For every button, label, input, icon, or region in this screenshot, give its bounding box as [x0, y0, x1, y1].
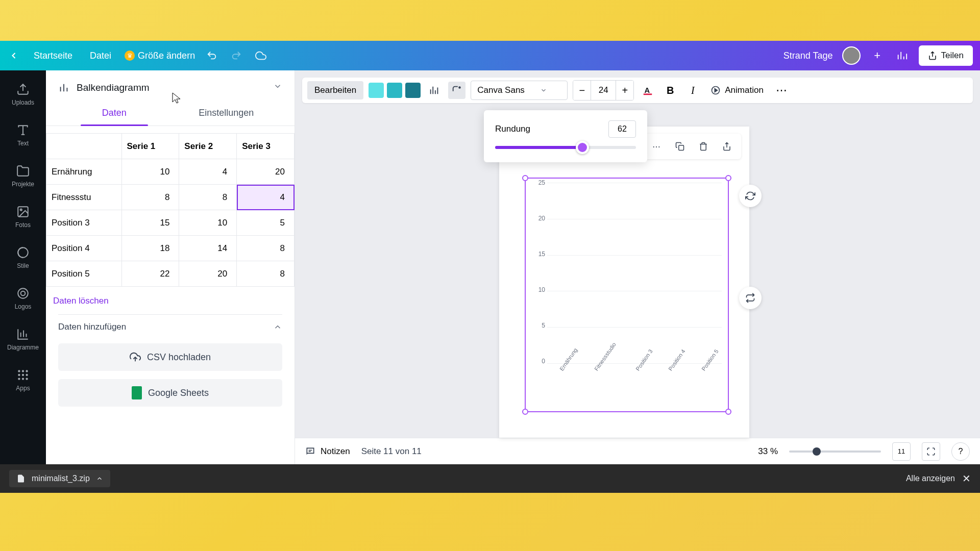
chart-type-dropdown[interactable]: Balkendiagramm — [46, 79, 295, 103]
rail-diagrams[interactable]: Diagramme — [0, 319, 46, 359]
close-download-bar[interactable]: ✕ — [962, 472, 971, 485]
sync-status-icon[interactable] — [253, 48, 268, 63]
resize-handle-se[interactable] — [725, 409, 731, 415]
font-name: Canva Sans — [477, 85, 525, 95]
zoom-value: 33 % — [758, 446, 778, 457]
font-size-input[interactable] — [591, 81, 616, 100]
duplicate-button[interactable] — [670, 136, 690, 157]
row-label-cell[interactable]: Position 3 — [46, 210, 122, 236]
resize-handle-ne[interactable] — [725, 175, 731, 181]
download-item[interactable]: minimalist_3.zip — [9, 470, 110, 487]
table-header[interactable] — [46, 134, 122, 159]
y-tick: 25 — [538, 179, 545, 186]
svg-point-5 — [18, 370, 20, 372]
rail-uploads[interactable]: Uploads — [0, 74, 46, 114]
chevron-down-icon — [540, 87, 547, 94]
left-rail: Uploads Text Projekte Fotos Stile Logos … — [0, 70, 46, 464]
more-options-button[interactable]: ⋯ — [646, 136, 667, 157]
slider-thumb[interactable] — [576, 141, 589, 154]
data-cell[interactable]: 20 — [179, 261, 237, 287]
rounding-input[interactable] — [608, 120, 636, 138]
bars-area — [547, 183, 722, 361]
data-table[interactable]: Serie 1Serie 2Serie 3Ernährung10420Fitne… — [46, 133, 295, 287]
share-button[interactable]: Teilen — [919, 45, 973, 66]
table-header[interactable]: Serie 2 — [179, 134, 237, 159]
animation-button[interactable]: Animation — [706, 82, 768, 99]
color-swatch-2[interactable] — [405, 83, 421, 98]
edit-button[interactable]: Bearbeiten — [307, 81, 363, 99]
delete-button[interactable] — [693, 136, 714, 157]
corner-radius-button[interactable] — [448, 82, 465, 99]
fullscreen-button[interactable] — [922, 442, 940, 461]
data-cell[interactable]: 8 — [237, 261, 295, 287]
rail-projects[interactable]: Projekte — [0, 156, 46, 196]
clear-data-link[interactable]: Daten löschen — [52, 291, 288, 314]
chart-element[interactable]: 0510152025ErnährungFitnessstudioPosition… — [525, 178, 729, 412]
text-color-button[interactable]: A — [639, 82, 656, 99]
data-cell[interactable]: 20 — [237, 159, 295, 185]
add-collaborator-button[interactable]: + — [870, 48, 885, 63]
rail-text[interactable]: Text — [0, 115, 46, 155]
resize-button[interactable]: ♛Größe ändern — [125, 51, 195, 61]
rail-logos[interactable]: Logos — [0, 279, 46, 318]
resize-handle-nw[interactable] — [522, 175, 528, 181]
font-size-decrease[interactable]: − — [573, 81, 591, 100]
tab-settings[interactable]: Einstellungen — [170, 103, 283, 126]
rail-photos[interactable]: Fotos — [0, 197, 46, 237]
data-cell[interactable]: 8 — [121, 185, 179, 210]
help-button[interactable]: ? — [951, 442, 970, 461]
chart-canvas: 0510152025ErnährungFitnessstudioPosition… — [530, 183, 724, 407]
context-toolbar: Bearbeiten Canva Sans − + A B I Animatio… — [302, 78, 973, 103]
file-menu[interactable]: Datei — [86, 47, 115, 64]
insights-button[interactable] — [894, 48, 910, 63]
rail-apps[interactable]: Apps — [0, 360, 46, 400]
spacing-button[interactable] — [426, 82, 443, 99]
document-title[interactable]: Strand Tage — [783, 51, 833, 61]
data-cell[interactable]: 4 — [179, 159, 237, 185]
google-sheets-button[interactable]: Google Sheets — [58, 379, 282, 407]
data-cell[interactable]: 15 — [121, 210, 179, 236]
data-cell[interactable]: 8 — [237, 236, 295, 261]
data-cell[interactable]: 8 — [179, 185, 237, 210]
undo-button[interactable] — [204, 48, 219, 63]
export-element-button[interactable] — [717, 136, 737, 157]
notes-button[interactable]: Notizen — [305, 446, 350, 457]
data-cell[interactable]: 4 — [237, 185, 295, 210]
zoom-thumb[interactable] — [813, 447, 821, 456]
data-cell[interactable]: 18 — [121, 236, 179, 261]
redo-button[interactable] — [229, 48, 244, 63]
data-cell[interactable]: 14 — [179, 236, 237, 261]
color-swatch-0[interactable] — [369, 83, 384, 98]
slider-fill — [495, 146, 582, 149]
grid-view-button[interactable]: 11 — [892, 442, 911, 461]
tab-data[interactable]: Daten — [58, 103, 170, 126]
font-family-select[interactable]: Canva Sans — [471, 81, 568, 100]
rail-styles[interactable]: Stile — [0, 238, 46, 278]
data-cell[interactable]: 5 — [237, 210, 295, 236]
more-button[interactable]: ⋯ — [773, 82, 790, 99]
show-all-downloads[interactable]: Alle anzeigen — [906, 474, 955, 483]
italic-button[interactable]: I — [684, 82, 701, 99]
home-link[interactable]: Startseite — [30, 47, 77, 64]
add-data-toggle[interactable]: Daten hinzufügen — [46, 315, 295, 339]
zoom-slider[interactable] — [789, 450, 881, 453]
refresh-fab[interactable] — [739, 185, 762, 207]
color-swatch-1[interactable] — [387, 83, 402, 98]
row-label-cell[interactable]: Position 4 — [46, 236, 122, 261]
row-label-cell[interactable]: Ernährung — [46, 159, 122, 185]
swap-axes-fab[interactable] — [739, 287, 762, 309]
data-cell[interactable]: 10 — [179, 210, 237, 236]
data-cell[interactable]: 22 — [121, 261, 179, 287]
data-cell[interactable]: 10 — [121, 159, 179, 185]
table-header[interactable]: Serie 3 — [237, 134, 295, 159]
bold-button[interactable]: B — [662, 82, 679, 99]
resize-handle-sw[interactable] — [522, 409, 528, 415]
row-label-cell[interactable]: Fitnessstu — [46, 185, 122, 210]
row-label-cell[interactable]: Position 5 — [46, 261, 122, 287]
table-header[interactable]: Serie 1 — [121, 134, 179, 159]
csv-upload-button[interactable]: CSV hochladen — [58, 343, 282, 371]
rounding-slider[interactable] — [495, 146, 636, 149]
font-size-increase[interactable]: + — [616, 81, 633, 100]
user-avatar[interactable] — [842, 46, 861, 65]
back-button[interactable] — [7, 49, 20, 62]
